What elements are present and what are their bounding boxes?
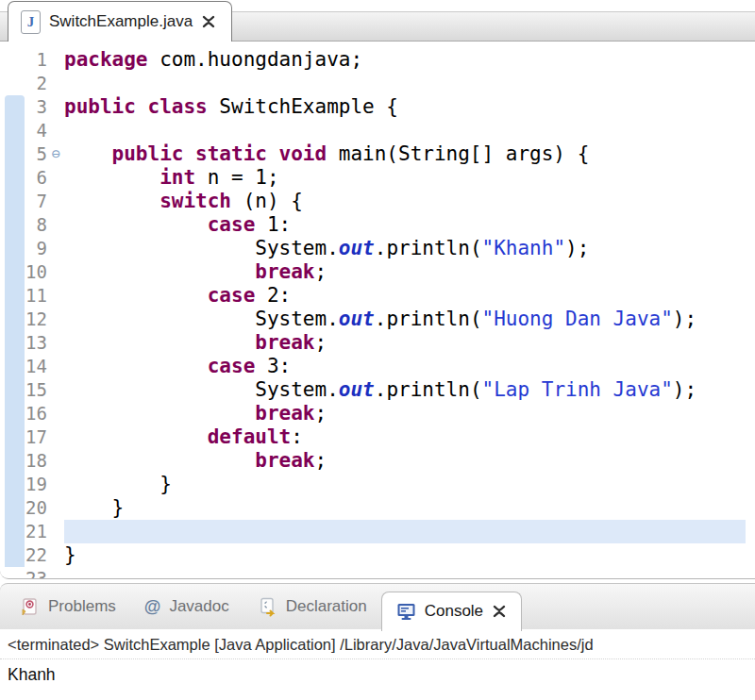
fold-column [47, 72, 64, 95]
fold-column [47, 378, 64, 402]
line-number: 1 [0, 48, 47, 72]
code-text: } [64, 473, 746, 496]
fold-column [47, 190, 64, 213]
tab-problems[interactable]: Problems [6, 584, 130, 629]
line-number: 14 [0, 355, 47, 378]
line-number: 15 [0, 378, 47, 402]
line-number: 8 [0, 213, 47, 237]
console-icon [396, 602, 416, 622]
code-line: 4 [0, 119, 755, 142]
code-text: package com.huongdanjava; [64, 48, 746, 72]
fold-column [47, 520, 64, 543]
line-number: 9 [0, 237, 47, 260]
code-line: 13 break; [0, 331, 755, 355]
code-text: default: [64, 425, 746, 449]
fold-column [47, 567, 64, 579]
tab-console[interactable]: Console [381, 592, 522, 631]
editor-tab-title: SwitchExample.java [49, 12, 193, 31]
code-line: 11 case 2: [0, 284, 755, 308]
code-line: 14 case 3: [0, 355, 755, 378]
tab-problems-label: Problems [48, 597, 116, 616]
line-number: 5 [0, 142, 47, 166]
fold-column [47, 425, 64, 449]
line-number: 2 [0, 72, 47, 95]
code-lines: 1package com.huongdanjava;23public class… [0, 48, 755, 579]
code-text: break; [64, 402, 746, 425]
code-line: 9 System.out.println("Khanh"); [0, 237, 755, 260]
code-text: break; [64, 449, 746, 473]
line-number: 21 [0, 520, 47, 543]
fold-column [47, 166, 64, 190]
code-line: 2 [0, 72, 755, 95]
fold-column [47, 237, 64, 260]
line-number: 17 [0, 425, 47, 449]
code-line: 16 break; [0, 402, 755, 425]
fold-column [47, 449, 64, 473]
fold-column [47, 213, 64, 237]
code-text [64, 119, 746, 142]
code-text: public class SwitchExample { [64, 95, 746, 119]
tab-console-label: Console [425, 602, 483, 621]
close-icon[interactable] [492, 604, 507, 619]
code-text [64, 567, 746, 579]
code-text: case 1: [64, 213, 746, 237]
code-text: break; [64, 260, 746, 284]
line-number: 3 [0, 95, 47, 119]
line-number: 16 [0, 402, 47, 425]
code-text [64, 72, 746, 95]
console-status-line: <terminated> SwitchExample [Java Applica… [0, 629, 755, 659]
line-number: 18 [0, 449, 47, 473]
problems-icon [20, 597, 40, 617]
code-text: int n = 1; [64, 166, 746, 190]
fold-column [47, 119, 64, 142]
code-line: 8 case 1: [0, 213, 755, 237]
java-file-icon: J [21, 10, 41, 34]
line-number: 13 [0, 331, 47, 355]
code-text: System.out.println("Lap Trinh Java"); [64, 378, 746, 402]
fold-column [47, 496, 64, 520]
tab-declaration[interactable]: Declaration [243, 584, 381, 629]
line-number: 6 [0, 166, 47, 190]
console-view: <terminated> SwitchExample [Java Applica… [0, 629, 755, 699]
bottom-view-tab-bar: Problems @ Javadoc Declaration Console [0, 583, 755, 629]
fold-column [47, 402, 64, 425]
tab-switchexample-java[interactable]: J SwitchExample.java [8, 1, 232, 42]
code-text: System.out.println("Khanh"); [64, 237, 746, 260]
code-text: public static void main(String[] args) { [64, 142, 746, 166]
line-number: 11 [0, 284, 47, 308]
code-line: 15 System.out.println("Lap Trinh Java"); [0, 378, 755, 402]
code-line: 21 [0, 520, 755, 543]
code-line: 23 [0, 567, 755, 579]
code-line: 12 System.out.println("Huong Dan Java"); [0, 308, 755, 331]
code-line: 7 switch (n) { [0, 190, 755, 213]
tab-javadoc-label: Javadoc [169, 597, 228, 616]
line-number: 20 [0, 496, 47, 520]
code-text: switch (n) { [64, 190, 746, 213]
code-text: } [64, 496, 746, 520]
code-text: case 3: [64, 355, 746, 378]
line-number: 10 [0, 260, 47, 284]
fold-collapse-icon[interactable]: ⊖ [47, 142, 64, 166]
code-editor[interactable]: 1package com.huongdanjava;23public class… [0, 42, 755, 579]
code-text: break; [64, 331, 746, 355]
fold-column [47, 95, 64, 119]
code-line: 20 } [0, 496, 755, 520]
tab-javadoc[interactable]: @ Javadoc [130, 584, 243, 629]
line-number: 7 [0, 190, 47, 213]
code-line: 19 } [0, 473, 755, 496]
code-line: 10 break; [0, 260, 755, 284]
fold-column [47, 543, 64, 567]
console-output-text: Khanh [0, 659, 755, 691]
code-text: } [64, 543, 746, 567]
fold-column [47, 48, 64, 72]
code-line: 17 default: [0, 425, 755, 449]
fold-column [47, 473, 64, 496]
code-line: 22} [0, 543, 755, 567]
code-line: 5⊖ public static void main(String[] args… [0, 142, 755, 166]
line-number: 22 [0, 543, 47, 567]
tab-declaration-label: Declaration [286, 597, 367, 616]
fold-column [47, 260, 64, 284]
close-icon[interactable] [201, 14, 216, 29]
code-line: 3public class SwitchExample { [0, 95, 755, 119]
code-line: 18 break; [0, 449, 755, 473]
